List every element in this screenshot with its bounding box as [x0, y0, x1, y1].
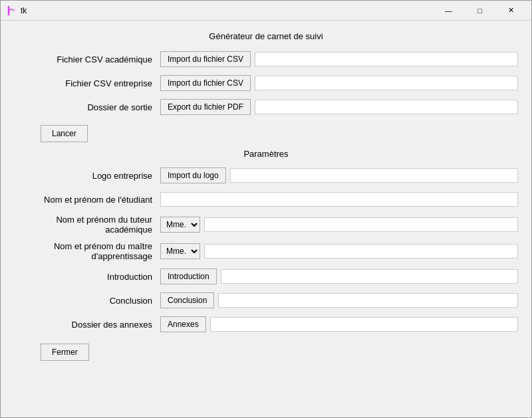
csv-academique-label: Fichier CSV académique [14, 54, 160, 64]
window-title: tk [21, 6, 27, 15]
lancer-button[interactable]: Lancer [41, 125, 88, 142]
tuteur-input[interactable] [204, 217, 518, 232]
logo-input[interactable] [230, 168, 518, 183]
annexes-button[interactable]: Annexes [160, 316, 206, 332]
conclusion-input[interactable] [218, 293, 518, 308]
logo-label: Logo entreprise [14, 171, 160, 181]
introduction-label: Introduction [14, 272, 160, 282]
csv-entreprise-label: Fichier CSV entreprise [14, 78, 160, 88]
content-area: Générateur de carnet de suivi Fichier CS… [1, 21, 531, 417]
conclusion-button[interactable]: Conclusion [160, 292, 214, 308]
annexes-label: Dossier des annexes [14, 320, 160, 330]
logo-row: Logo entreprise Import du logo [14, 167, 518, 184]
introduction-row: Introduction Introduction [14, 268, 518, 285]
lancer-row: Lancer [14, 125, 518, 142]
introduction-button[interactable]: Introduction [160, 268, 217, 284]
tuteur-row: Nom et prénom du tuteur académique Mme. … [14, 215, 518, 235]
dossier-sortie-row: Dossier de sortie Export du fichier PDF [14, 98, 518, 116]
annexes-input[interactable] [210, 317, 518, 332]
maximize-button[interactable]: □ [465, 4, 495, 17]
title-bar-left: tk [6, 5, 27, 16]
main-window: tk — □ ✕ Générateur de carnet de suivi F… [0, 0, 532, 418]
etudiant-label: Nom et prénom de l'étudiant [14, 195, 160, 205]
csv-entreprise-button[interactable]: Import du fichier CSV [160, 75, 251, 91]
tuteur-select[interactable]: Mme. M. [160, 217, 200, 233]
maitre-select[interactable]: Mme. M. [160, 243, 200, 259]
introduction-input[interactable] [221, 269, 518, 284]
app-icon [6, 5, 17, 16]
conclusion-row: Conclusion Conclusion [14, 292, 518, 309]
maitre-row: Nom et prénom du maître d'apprentissage … [14, 241, 518, 261]
csv-academique-row: Fichier CSV académique Import du fichier… [14, 51, 518, 68]
annexes-row: Dossier des annexes Annexes [14, 316, 518, 333]
app-title: Générateur de carnet de suivi [14, 31, 518, 41]
params-title: Paramètres [14, 149, 518, 159]
dossier-sortie-input[interactable] [255, 100, 518, 114]
csv-entreprise-input[interactable] [255, 76, 518, 90]
csv-academique-button[interactable]: Import du fichier CSV [160, 51, 251, 67]
minimize-button[interactable]: — [434, 4, 464, 17]
close-button[interactable]: ✕ [496, 4, 526, 17]
maitre-label: Nom et prénom du maître d'apprentissage [14, 241, 160, 261]
etudiant-input[interactable] [160, 192, 518, 207]
csv-entreprise-row: Fichier CSV entreprise Import du fichier… [14, 74, 518, 92]
dossier-sortie-label: Dossier de sortie [14, 102, 160, 112]
dossier-sortie-button[interactable]: Export du fichier PDF [160, 99, 251, 115]
fermer-row: Fermer [14, 344, 518, 361]
fermer-button[interactable]: Fermer [41, 344, 89, 361]
window-controls: — □ ✕ [434, 4, 526, 17]
maitre-input[interactable] [204, 244, 518, 259]
tuteur-label: Nom et prénom du tuteur académique [14, 215, 160, 235]
title-bar: tk — □ ✕ [1, 1, 531, 21]
etudiant-row: Nom et prénom de l'étudiant [14, 191, 518, 208]
logo-button[interactable]: Import du logo [160, 167, 226, 183]
conclusion-label: Conclusion [14, 296, 160, 306]
csv-academique-input[interactable] [255, 52, 518, 66]
